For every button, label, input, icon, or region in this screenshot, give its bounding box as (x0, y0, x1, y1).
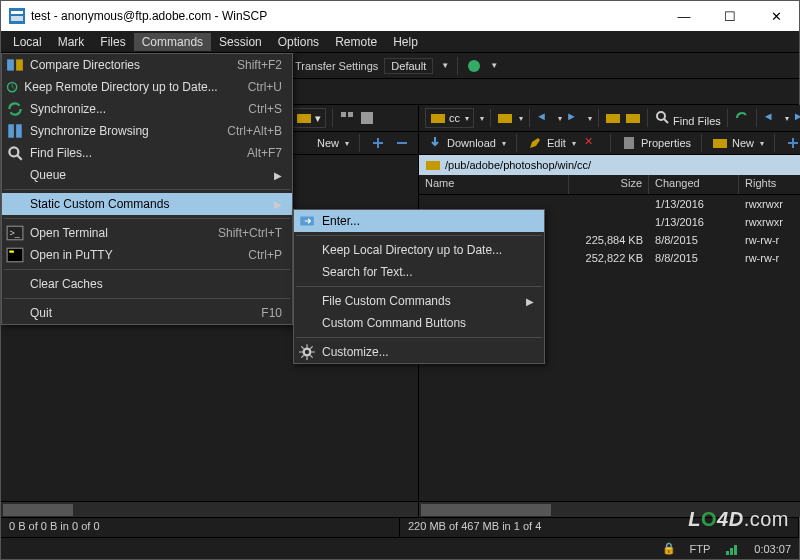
sync-icon[interactable] (734, 110, 750, 126)
menu-item-compare-directories[interactable]: Compare DirectoriesShift+F2 (2, 54, 292, 76)
menu-item-quit[interactable]: QuitF10 (2, 302, 292, 324)
menu-item-label: Keep Local Directory up to Date... (322, 243, 534, 257)
menu-item-open-in-putty[interactable]: Open in PuTTYCtrl+P (2, 244, 292, 266)
plus-icon[interactable] (370, 135, 386, 151)
menu-item-customize[interactable]: Customize... (294, 341, 544, 363)
menu-item-clear-caches[interactable]: Clear Caches (2, 273, 292, 295)
minus-icon[interactable] (394, 135, 410, 151)
svg-rect-12 (431, 114, 445, 123)
svg-rect-10 (373, 142, 383, 144)
col-size[interactable]: Size (569, 175, 649, 194)
local-new-button[interactable]: ▾ (291, 108, 326, 128)
terminal-icon: >_ (6, 225, 24, 241)
col-changed[interactable]: Changed (649, 175, 739, 194)
menu-local[interactable]: Local (5, 33, 50, 51)
menu-commands[interactable]: Commands (134, 33, 211, 51)
svg-point-16 (657, 112, 665, 120)
remote-drive-dropdown[interactable]: cc ▾ (425, 108, 474, 128)
svg-rect-31 (16, 124, 22, 138)
svg-rect-18 (624, 137, 634, 149)
download-button[interactable]: Download ▾ (427, 135, 506, 151)
protocol-label: FTP (690, 543, 711, 555)
menu-options[interactable]: Options (270, 33, 327, 51)
remote-actions: Download ▾ Edit ▾ ✕ Properties (419, 131, 800, 155)
menu-item-keep-remote-directory-up-to-date[interactable]: Keep Remote Directory up to Date...Ctrl+… (2, 76, 292, 98)
menu-session[interactable]: Session (211, 33, 270, 51)
view-icon[interactable] (339, 110, 355, 126)
edit-icon (527, 135, 543, 151)
remote-path[interactable]: /pub/adobe/photoshop/win/cc/ (419, 155, 800, 175)
net-icon (724, 541, 740, 557)
svg-rect-13 (498, 114, 512, 123)
folder-up-icon[interactable] (605, 110, 621, 126)
menu-mark[interactable]: Mark (50, 33, 93, 51)
menu-divider (4, 269, 290, 270)
local-status: 0 B of 0 B in 0 of 0 (1, 518, 400, 537)
toolbar-icon-1[interactable] (466, 58, 482, 74)
menu-item-label: Clear Caches (30, 277, 282, 291)
local-scrollbar[interactable] (1, 501, 418, 517)
menu-item-static-custom-commands[interactable]: Static Custom Commands▶ (2, 193, 292, 215)
selection-status: 0 B of 0 B in 0 of 0 220 MB of 467 MB in… (1, 517, 799, 537)
remote-status: 220 MB of 467 MB in 1 of 4 (400, 518, 799, 537)
svg-line-17 (664, 119, 668, 123)
col-name[interactable]: Name (419, 175, 569, 194)
menu-item-keep-local-directory-up-to-date[interactable]: Keep Local Directory up to Date... (294, 239, 544, 261)
delete-icon[interactable]: ✕ (584, 135, 600, 151)
menu-item-label: Open Terminal (30, 226, 188, 240)
menu-item-enter[interactable]: Enter... (294, 210, 544, 232)
menu-item-find-files[interactable]: Find Files...Alt+F7 (2, 142, 292, 164)
transfer-settings-dropdown[interactable]: Default (384, 58, 433, 74)
svg-rect-6 (341, 112, 346, 117)
view2-icon[interactable] (359, 110, 375, 126)
client-area: LocalMarkFilesCommandsSessionOptionsRemo… (1, 31, 799, 559)
menu-item-synchronize[interactable]: Synchronize...Ctrl+S (2, 98, 292, 120)
menu-item-queue[interactable]: Queue▶ (2, 164, 292, 186)
window-maximize-button[interactable]: ☐ (707, 1, 753, 31)
remote-scrollbar[interactable] (419, 501, 800, 517)
svg-rect-24 (726, 551, 729, 555)
blank-icon (6, 305, 24, 321)
svg-rect-14 (606, 114, 620, 123)
fwd-icon[interactable]: ► (566, 110, 582, 126)
local-new2-button[interactable]: New ▾ (317, 137, 349, 149)
menu-files[interactable]: Files (92, 33, 133, 51)
remote-header: Name Size Changed Rights (419, 175, 800, 195)
remote-new-button[interactable]: New ▾ (712, 135, 764, 151)
menu-item-label: Queue (30, 168, 254, 182)
fwd2-icon[interactable]: ► (793, 110, 800, 126)
menu-help[interactable]: Help (385, 33, 426, 51)
folder-home-icon[interactable] (625, 110, 641, 126)
submenu-arrow-icon: ▶ (274, 170, 282, 181)
menu-item-open-terminal[interactable]: >_Open TerminalShift+Ctrl+T (2, 222, 292, 244)
menu-item-accelerator: Shift+F2 (237, 58, 282, 72)
svg-rect-23 (426, 161, 440, 170)
window-minimize-button[interactable]: — (661, 1, 707, 31)
menu-item-label: Compare Directories (30, 58, 207, 72)
sync-icon (6, 101, 24, 117)
menu-item-search-for-text[interactable]: Search for Text... (294, 261, 544, 283)
svg-point-32 (9, 147, 18, 156)
back2-icon[interactable]: ◄ (763, 110, 779, 126)
menu-item-synchronize-browsing[interactable]: Synchronize BrowsingCtrl+Alt+B (2, 120, 292, 142)
folder-nav-icon[interactable] (497, 110, 513, 126)
col-rights[interactable]: Rights (739, 175, 800, 194)
properties-button[interactable]: Properties (621, 135, 691, 151)
find-files-button[interactable]: Find Files (654, 109, 721, 127)
svg-rect-2 (11, 16, 23, 21)
chevron-down-icon[interactable]: ▼ (490, 61, 498, 70)
menu-divider (4, 218, 290, 219)
back-icon[interactable]: ◄ (536, 110, 552, 126)
gear-icon (298, 344, 316, 360)
edit-button[interactable]: Edit ▾ (527, 135, 576, 151)
plus-icon[interactable] (785, 135, 800, 151)
svg-point-4 (468, 60, 480, 72)
menu-remote[interactable]: Remote (327, 33, 385, 51)
menu-divider (296, 337, 542, 338)
enter-icon (298, 213, 316, 229)
menu-item-file-custom-commands[interactable]: File Custom Commands▶ (294, 290, 544, 312)
putty-icon (6, 247, 24, 263)
chevron-down-icon[interactable]: ▼ (441, 61, 449, 70)
window-close-button[interactable]: ✕ (753, 1, 799, 31)
menu-item-custom-command-buttons[interactable]: Custom Command Buttons (294, 312, 544, 334)
